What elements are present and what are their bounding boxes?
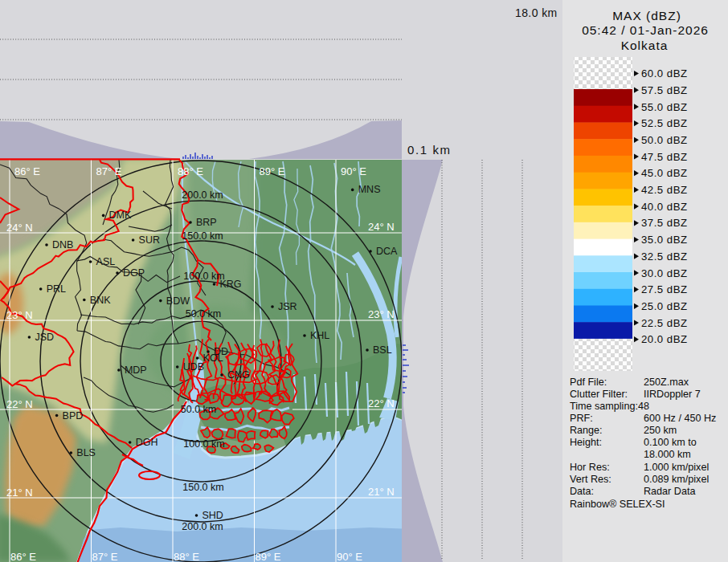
svg-text:DGH: DGH <box>136 437 158 448</box>
svg-text:24° N: 24° N <box>6 222 33 234</box>
svg-text:32.5 dBZ: 32.5 dBZ <box>641 250 688 263</box>
svg-text:88° E: 88° E <box>174 551 199 562</box>
svg-text:600 Hz / 450 Hz: 600 Hz / 450 Hz <box>644 413 716 424</box>
svg-text:Clutter Filter:: Clutter Filter: <box>570 389 628 400</box>
svg-text:47.5 dBZ: 47.5 dBZ <box>641 151 688 163</box>
svg-text:IIRDoppler 7: IIRDoppler 7 <box>644 389 701 400</box>
svg-text:22° N: 22° N <box>6 398 33 410</box>
svg-text:25.0 dBZ: 25.0 dBZ <box>641 300 688 312</box>
svg-text:42.5 dBZ: 42.5 dBZ <box>641 184 688 196</box>
svg-text:23° N: 23° N <box>6 309 33 321</box>
svg-text:BPD: BPD <box>63 410 84 422</box>
svg-text:23° N: 23° N <box>368 308 395 320</box>
svg-text:250 km: 250 km <box>644 425 677 436</box>
svg-text:60.0 dBZ: 60.0 dBZ <box>641 67 688 79</box>
svg-text:100.0 km: 100.0 km <box>183 438 224 450</box>
svg-text:87° E: 87° E <box>96 165 122 177</box>
svg-text:Height:: Height: <box>570 437 602 448</box>
svg-text:100.0 km: 100.0 km <box>183 271 224 282</box>
svg-text:Kolkata: Kolkata <box>621 39 669 52</box>
svg-text:MNS: MNS <box>358 184 381 195</box>
svg-text:0.1 km: 0.1 km <box>407 143 452 157</box>
svg-text:250Z.max: 250Z.max <box>644 377 689 388</box>
svg-text:Data:: Data: <box>570 486 594 497</box>
svg-text:86° E: 86° E <box>14 165 40 177</box>
svg-text:BNK: BNK <box>90 295 111 306</box>
svg-text:18.0 km: 18.0 km <box>515 6 558 19</box>
svg-text:20.0 dBZ: 20.0 dBZ <box>641 333 688 345</box>
svg-text:22.5 dBZ: 22.5 dBZ <box>641 317 688 329</box>
svg-text:21° N: 21° N <box>368 486 395 498</box>
svg-text:DCA: DCA <box>376 246 398 257</box>
svg-text:18.000 km: 18.000 km <box>644 449 691 460</box>
svg-text:24° N: 24° N <box>368 221 395 233</box>
svg-text:MDP: MDP <box>125 364 147 376</box>
svg-text:200.0 km: 200.0 km <box>182 521 223 532</box>
svg-text:1.000 km/pixel: 1.000 km/pixel <box>644 462 709 473</box>
svg-text:89° E: 89° E <box>256 551 281 562</box>
svg-text:21° N: 21° N <box>6 487 33 499</box>
svg-text:200.0 km: 200.0 km <box>182 189 223 201</box>
svg-text:88° E: 88° E <box>178 165 203 177</box>
svg-text:MAX (dBZ): MAX (dBZ) <box>612 9 681 22</box>
svg-text:BRP: BRP <box>196 217 217 228</box>
svg-text:0.089 km/pixel: 0.089 km/pixel <box>644 474 709 485</box>
svg-text:90° E: 90° E <box>341 165 366 177</box>
svg-text:Pdf File:: Pdf File: <box>570 377 607 388</box>
svg-text:0.100 km to: 0.100 km to <box>644 437 697 448</box>
svg-text:KHL: KHL <box>310 330 329 341</box>
svg-text:50.0 km: 50.0 km <box>186 308 221 320</box>
svg-text:SUR: SUR <box>139 234 160 246</box>
svg-text:40.0 dBZ: 40.0 dBZ <box>641 201 688 213</box>
svg-text:JSR: JSR <box>278 301 297 312</box>
svg-text:50.0 dBZ: 50.0 dBZ <box>641 134 688 146</box>
svg-text:DNB: DNB <box>52 239 73 250</box>
svg-text:Vert Res:: Vert Res: <box>570 474 611 485</box>
svg-text:BDW: BDW <box>166 295 190 307</box>
svg-text:150.0 km: 150.0 km <box>182 482 223 493</box>
svg-text:UDB: UDB <box>183 361 204 373</box>
svg-text:86° E: 86° E <box>10 551 36 562</box>
svg-text:89° E: 89° E <box>260 165 285 177</box>
svg-text:Range:: Range: <box>570 425 603 436</box>
svg-text:57.5 dBZ: 57.5 dBZ <box>641 84 688 96</box>
svg-text:05:42 / 01-Jan-2026: 05:42 / 01-Jan-2026 <box>582 23 709 37</box>
svg-text:PRL: PRL <box>47 283 66 295</box>
svg-text:DGP: DGP <box>123 267 145 279</box>
svg-text:30.0 dBZ: 30.0 dBZ <box>641 267 688 279</box>
svg-text:ASL: ASL <box>96 256 116 267</box>
svg-text:KOL: KOL <box>203 352 223 364</box>
svg-text:50.0 km: 50.0 km <box>181 404 216 415</box>
svg-text:Radar Data: Radar Data <box>644 486 695 497</box>
svg-text:JSD: JSD <box>35 332 54 343</box>
svg-text:35.0 dBZ: 35.0 dBZ <box>641 234 688 246</box>
svg-text:Rainbow® SELEX-SI: Rainbow® SELEX-SI <box>570 499 665 510</box>
svg-text:KRG: KRG <box>220 279 242 290</box>
svg-text:CNG: CNG <box>227 369 250 381</box>
svg-text:27.5 dBZ: 27.5 dBZ <box>641 283 688 295</box>
svg-text:Hor Res:: Hor Res: <box>570 462 610 473</box>
svg-text:52.5 dBZ: 52.5 dBZ <box>641 117 688 129</box>
svg-text:37.5 dBZ: 37.5 dBZ <box>641 217 688 229</box>
svg-text:BSL: BSL <box>373 344 392 356</box>
svg-text:22° N: 22° N <box>368 397 395 409</box>
svg-text:PRF:: PRF: <box>570 413 593 424</box>
svg-text:87° E: 87° E <box>92 551 118 562</box>
svg-text:BLS: BLS <box>76 447 96 458</box>
svg-text:55.0 dBZ: 55.0 dBZ <box>641 101 688 113</box>
svg-text:Time sampling:48: Time sampling:48 <box>570 401 649 412</box>
svg-text:SHD: SHD <box>202 510 223 521</box>
svg-text:45.0 dBZ: 45.0 dBZ <box>641 167 688 179</box>
svg-text:90° E: 90° E <box>337 551 362 562</box>
svg-text:DMK: DMK <box>109 210 132 221</box>
svg-text:150.0 km: 150.0 km <box>182 230 223 242</box>
